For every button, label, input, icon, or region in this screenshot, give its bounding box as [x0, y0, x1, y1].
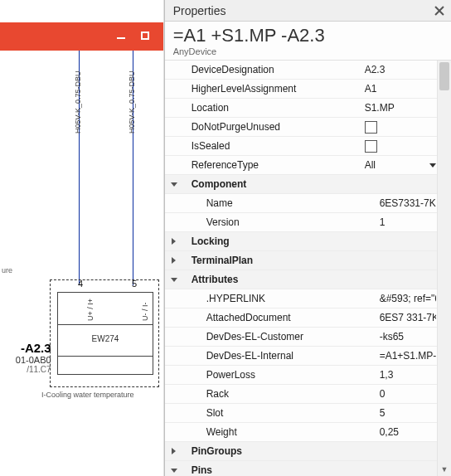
prop-value[interactable]: A1: [361, 83, 436, 95]
prop-label: Version: [183, 216, 376, 228]
chevron-down-icon[interactable]: [171, 469, 177, 473]
prop-label: PinGroups: [183, 445, 361, 457]
cross-ref: /11.C7: [0, 365, 51, 374]
section-terminalplan[interactable]: TerminalPlan: [165, 251, 451, 270]
prop-value[interactable]: All: [361, 159, 436, 171]
section-pingroups[interactable]: PinGroups: [165, 442, 451, 461]
module-label: EW274: [58, 334, 153, 343]
prop-value[interactable]: 0: [376, 388, 436, 400]
prop-value[interactable]: =A1+S1.MP-A...: [376, 350, 436, 362]
scrollbar[interactable]: ▲ ▼: [437, 61, 451, 476]
prop-value[interactable]: 1,3: [376, 369, 436, 381]
chevron-right-icon[interactable]: [172, 257, 176, 264]
prop-label: Slot: [183, 407, 376, 419]
prop-DevDes-EL-Customer[interactable]: DevDes-EL-Customer-ks65: [165, 328, 451, 347]
prop-label: DevDes-EL-Internal: [183, 350, 376, 362]
properties-panel: Properties =A1 +S1.MP -A2.3 AnyDevice De…: [164, 0, 451, 476]
prop-label: Component: [183, 178, 361, 190]
object-path: =A1 +S1.MP -A2.3: [165, 22, 451, 46]
pin-5-label: 5: [132, 279, 137, 289]
prop-Rack[interactable]: Rack0: [165, 385, 451, 404]
prop-DoNotPurgeUnused[interactable]: DoNotPurgeUnused: [165, 118, 451, 137]
prop-Slot[interactable]: Slot5: [165, 404, 451, 423]
prop-PowerLoss[interactable]: PowerLoss1,3: [165, 366, 451, 385]
prop-value[interactable]: 0,25: [376, 426, 436, 438]
cut-text-left: ure: [2, 266, 12, 274]
prop-value[interactable]: 6ES7331-7KF0...: [376, 197, 436, 209]
prop-DeviceDesignation[interactable]: DeviceDesignationA2.3: [165, 61, 451, 80]
prop-Version[interactable]: Version1: [165, 213, 451, 232]
device-box[interactable]: 4 5 U+ / I+ U- / I- EW274: [50, 279, 159, 387]
wire-label-4: H05V-K_0.75-DBU: [74, 70, 82, 134]
prop-label: TerminalPlan: [183, 255, 361, 266]
prop-value[interactable]: 6ES7 331-7KF0...: [376, 312, 436, 323]
prop-value[interactable]: A2.3: [361, 64, 436, 75]
prop-ReferenceType[interactable]: ReferenceTypeAll: [165, 156, 451, 175]
prop-value[interactable]: 1: [376, 216, 436, 228]
prop-label: .HYPERLINK: [183, 293, 376, 304]
section-component[interactable]: Component: [165, 175, 451, 194]
section-attributes[interactable]: Attributes: [165, 270, 451, 289]
order-number: 01-0AB0: [0, 355, 51, 365]
prop-label: DoNotPurgeUnused: [183, 121, 361, 133]
prop-label: DeviceDesignation: [183, 64, 361, 75]
prop-label: PowerLoss: [183, 369, 376, 381]
prop-value[interactable]: S1.MP: [361, 102, 436, 114]
device-caption: I-Cooling water temperature: [41, 391, 134, 399]
prop-Location[interactable]: LocationS1.MP: [165, 99, 451, 118]
prop-label: Name: [183, 197, 376, 209]
chevron-down-icon[interactable]: [171, 278, 177, 282]
prop-value[interactable]: -ks65: [376, 331, 436, 342]
checkbox[interactable]: [365, 121, 377, 134]
prop-label: IsSealed: [183, 140, 361, 152]
minimize-button[interactable]: [115, 31, 127, 42]
device-ref: -A2.3 01-0AB0 /11.C7: [0, 341, 51, 374]
section-pins[interactable]: Pins: [165, 461, 451, 476]
prop-label: Rack: [183, 388, 376, 400]
chevron-down-icon[interactable]: [171, 182, 177, 187]
channel-a-label: U+ / I+: [86, 299, 95, 321]
wire-label-5: H05V-K_0.75-DBU: [128, 70, 136, 134]
prop-label: ReferenceType: [183, 159, 361, 171]
prop-label: Locking: [183, 236, 361, 247]
prop-value: [361, 140, 436, 153]
scroll-thumb[interactable]: [439, 62, 449, 90]
prop-value: [361, 121, 436, 134]
panel-title: Properties: [173, 4, 226, 17]
pin-4-label: 4: [78, 279, 83, 289]
prop-DevDes-EL-Internal[interactable]: DevDes-EL-Internal=A1+S1.MP-A...: [165, 347, 451, 366]
prop-label: AttachedDocument: [183, 312, 376, 323]
close-icon[interactable]: [433, 4, 446, 17]
prop-value[interactable]: 5: [376, 407, 436, 419]
prop-label: Location: [183, 102, 361, 114]
prop-label: Attributes: [183, 274, 361, 285]
prop-value[interactable]: &#593; ref="6...: [376, 293, 436, 304]
panel-header: Properties: [165, 0, 451, 22]
prop-AttachedDocument[interactable]: AttachedDocument6ES7 331-7KF0...: [165, 308, 451, 328]
prop-.HYPERLINK[interactable]: .HYPERLINK&#593; ref="6...: [165, 289, 451, 308]
maximize-button[interactable]: [140, 31, 152, 42]
prop-IsSealed[interactable]: IsSealed: [165, 137, 451, 156]
title-bar: [0, 22, 163, 51]
chevron-down-icon[interactable]: [429, 163, 436, 168]
channel-b-label: U- / I-: [141, 303, 149, 322]
prop-Name[interactable]: Name6ES7331-7KF0...: [165, 194, 451, 213]
prop-Weight[interactable]: Weight0,25: [165, 423, 451, 442]
prop-HigherLevelAssignment[interactable]: HigherLevelAssignmentA1: [165, 80, 451, 99]
chevron-right-icon[interactable]: [172, 448, 176, 454]
prop-label: HigherLevelAssignment: [183, 83, 361, 95]
prop-label: Weight: [183, 426, 376, 438]
prop-label: DevDes-EL-Customer: [183, 331, 376, 342]
schematic-canvas[interactable]: H05V-K_0.75-DBU H05V-K_0.75-DBU ure 4 5 …: [0, 0, 164, 476]
property-grid[interactable]: DeviceDesignationA2.3HigherLevelAssignme…: [165, 61, 451, 476]
section-locking[interactable]: Locking: [165, 232, 451, 251]
scroll-down-icon[interactable]: ▼: [438, 463, 451, 476]
chevron-right-icon[interactable]: [172, 238, 176, 245]
device-designation: -A2.3: [0, 341, 51, 355]
object-type: AnyDevice: [165, 46, 451, 61]
checkbox[interactable]: [365, 140, 377, 153]
prop-label: Pins: [183, 464, 361, 476]
